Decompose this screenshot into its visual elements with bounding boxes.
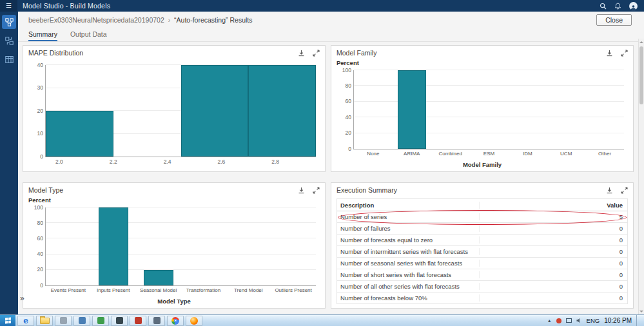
x-category-label: Transformation [186, 288, 221, 293]
table-row[interactable]: Number of failures0 [337, 223, 627, 235]
breadcrumb-project[interactable]: beeberEx0303NeuralNetspricedata20190702 [28, 16, 164, 24]
scrollbar-down-arrow-icon[interactable] [639, 308, 644, 314]
gridline [46, 238, 316, 238]
table-row[interactable]: Number of all other series with flat for… [337, 281, 627, 292]
x-tick-label: 2.8 [271, 159, 279, 165]
firefox-icon-glyph [190, 317, 198, 325]
user-avatar[interactable] [629, 2, 638, 10]
x-category-label: ARIMA [404, 151, 420, 157]
y-axis-title: Percent [337, 59, 359, 66]
taskbar-app-icon-5[interactable] [130, 316, 146, 326]
gridline [354, 133, 624, 133]
topbar-actions [600, 2, 644, 10]
x-tick-label: 2.6 [217, 159, 225, 165]
tray-app-icon[interactable] [556, 318, 561, 323]
download-icon[interactable] [298, 50, 305, 57]
histogram-bar[interactable] [181, 65, 249, 157]
taskbar-app-icon-2-glyph [79, 317, 86, 324]
chrome-icon[interactable] [167, 316, 184, 326]
panel-title: Model Family [337, 49, 376, 57]
download-icon[interactable] [298, 187, 305, 194]
scrollbar-thumb[interactable] [639, 46, 643, 104]
system-tray: ▲ ENG 10:26 PM [547, 315, 644, 326]
clock[interactable]: 10:26 PM [604, 317, 632, 324]
y-tick-label: 0 [348, 146, 351, 152]
taskbar-app-icon-3[interactable] [92, 316, 109, 326]
y-tick-label: 40 [37, 251, 43, 257]
panel-header: Model Type [23, 183, 325, 197]
expand-icon[interactable] [313, 50, 320, 57]
expand-icon[interactable] [621, 187, 628, 194]
taskbar-app-icon-2[interactable] [73, 316, 90, 326]
gridline [354, 70, 624, 70]
panel-title: MAPE Distribution [28, 49, 83, 57]
panel-execution-summary: Execution Summary DescriptionValueNumber… [331, 182, 634, 309]
scrollbar-up-arrow-icon[interactable] [639, 39, 644, 45]
taskbar-app-icon-4-glyph [116, 317, 123, 324]
execution-summary-table: DescriptionValueNumber of series5Number … [337, 198, 628, 304]
vertical-scrollbar[interactable] [638, 39, 644, 314]
category-bar[interactable] [144, 270, 173, 285]
model-type-bar-chart: 020406080100Events PresentInputs Present… [28, 197, 320, 305]
expand-icon[interactable] [313, 187, 320, 194]
table-row[interactable]: Number of series5 [337, 211, 627, 223]
nav-exchange-item[interactable] [2, 34, 16, 48]
table-row[interactable]: Number of seasonal series with flat fore… [337, 258, 627, 269]
x-category-label: Trend Model [234, 288, 263, 293]
cell-value: 0 [480, 283, 628, 290]
cell-description: Number of series [337, 213, 480, 220]
tab-summary[interactable]: Summary [28, 28, 57, 41]
table-row[interactable]: Number of forecasts below 70%0 [337, 292, 627, 304]
results-tabs: Summary Output Data [18, 28, 638, 42]
search-icon[interactable] [600, 3, 607, 10]
nav-data-item[interactable] [2, 52, 16, 66]
table-row[interactable]: Number of forecasts equal to zero0 [337, 235, 627, 246]
taskbar-app-icon-4[interactable] [111, 316, 128, 326]
notifications-bell-icon[interactable] [614, 3, 621, 10]
chrome-icon-glyph [171, 317, 179, 325]
app-top-bar: ☰ Model Studio - Build Models [0, 0, 644, 12]
category-bar[interactable] [99, 207, 128, 285]
histogram-bar[interactable] [46, 111, 113, 157]
internet-explorer-icon[interactable]: e [17, 316, 34, 326]
firefox-icon[interactable] [186, 316, 202, 326]
cell-description: Number of intermittent series with flat … [337, 248, 480, 255]
taskbar-app-icon-6[interactable] [148, 316, 165, 326]
model-family-bar-chart: 020406080100NoneARIMACombinedESMIDMUCMOt… [337, 60, 628, 169]
expand-bottom-panel-button[interactable]: » [20, 294, 24, 303]
y-tick-label: 60 [37, 236, 43, 242]
table-row[interactable]: Number of intermittent series with flat … [337, 246, 627, 258]
file-explorer-icon[interactable] [36, 316, 53, 326]
panel-model-family: Model Family 020406080100NoneARIMACombin… [331, 45, 634, 172]
folder-icon [40, 318, 50, 324]
tab-output-data[interactable]: Output Data [70, 28, 107, 41]
panel-title: Execution Summary [337, 186, 397, 194]
tray-volume-icon[interactable] [576, 318, 582, 323]
panel-header: MAPE Distribution [23, 46, 325, 60]
download-icon[interactable] [606, 187, 613, 194]
panel-mape-distribution: MAPE Distribution 0102030402.02.22.42.62… [23, 45, 326, 172]
language-indicator[interactable]: ENG [587, 317, 600, 324]
download-icon[interactable] [606, 50, 613, 57]
gridline [354, 101, 624, 102]
category-bar[interactable] [398, 70, 426, 149]
taskbar-app-icon-6-glyph [153, 317, 161, 324]
histogram-bar[interactable] [248, 65, 316, 157]
show-desktop-button[interactable] [636, 315, 640, 326]
tray-network-icon[interactable] [566, 318, 572, 323]
hamburger-menu-button[interactable]: ☰ [0, 0, 17, 12]
y-tick-label: 30 [37, 85, 43, 91]
expand-icon[interactable] [621, 50, 628, 57]
close-button[interactable]: Close [596, 14, 632, 26]
cell-value: 5 [480, 213, 628, 220]
nav-pipelines-item[interactable] [2, 15, 16, 29]
cell-description: Number of seasonal series with flat fore… [337, 260, 480, 267]
x-category-label: None [367, 151, 379, 157]
results-panel-grid: MAPE Distribution 0102030402.02.22.42.62… [18, 41, 638, 314]
start-button[interactable] [0, 315, 15, 326]
table-row[interactable]: Number of short series with flat forecas… [337, 269, 627, 281]
taskbar-app-icon-1[interactable] [55, 316, 72, 326]
main-content: beeberEx0303NeuralNetspricedata20190702 … [18, 12, 638, 314]
y-tick-label: 100 [342, 68, 351, 73]
tray-expand-icon[interactable]: ▲ [547, 318, 552, 323]
